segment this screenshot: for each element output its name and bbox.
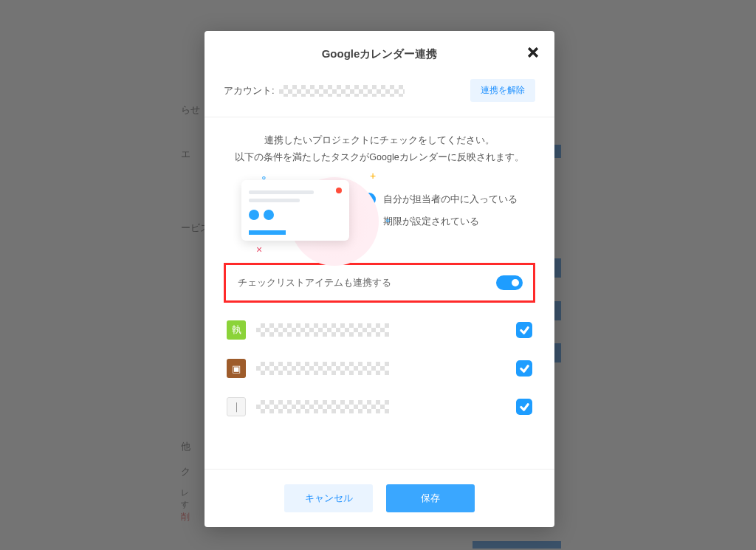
decor-sparkle: + <box>370 170 376 182</box>
project-row: ▣ <box>227 359 532 378</box>
decor-line <box>249 199 300 202</box>
project-name-masked <box>256 362 389 375</box>
decor-dot <box>336 188 342 193</box>
checklist-sync-option: チェックリストアイテムも連携する <box>224 263 535 303</box>
instructions-line: 連携したいプロジェクトにチェックをしてください。 <box>224 132 535 149</box>
check-icon <box>520 326 529 335</box>
condition-text: 期限が設定されている <box>383 216 479 228</box>
project-row: 執 <box>227 320 532 340</box>
unlink-button[interactable]: 連携を解除 <box>470 79 535 102</box>
modal-title: Googleカレンダー連携 <box>219 47 540 61</box>
project-name-masked <box>256 323 389 337</box>
account-label: アカウント: <box>224 84 275 97</box>
account-row: アカウント: 連携を解除 <box>205 72 554 117</box>
decor-bar <box>249 230 286 235</box>
instructions-line: 以下の条件を満たしたタスクがGoogleカレンダーに反映されます。 <box>224 149 535 166</box>
project-icon: ｜ <box>227 397 246 416</box>
checklist-sync-label: チェックリストアイテムも連携する <box>238 277 391 289</box>
illustration: ∘ + ∘ × 1 自分が担当者の中に入っている 2 <box>224 173 535 248</box>
close-button[interactable] <box>525 44 541 61</box>
cancel-button[interactable]: キャンセル <box>284 484 373 512</box>
condition-text: 自分が担当者の中に入っている <box>383 193 518 206</box>
close-icon <box>528 47 538 58</box>
checklist-sync-toggle[interactable] <box>496 275 523 290</box>
modal-header: Googleカレンダー連携 <box>205 31 554 72</box>
project-icon: ▣ <box>227 359 246 378</box>
project-list: 執 ▣ ｜ <box>224 320 535 416</box>
project-row: ｜ <box>227 397 532 416</box>
google-calendar-integration-modal: Googleカレンダー連携 アカウント: 連携を解除 連携したいプロジェクトにチ… <box>205 31 554 527</box>
decor-sparkle: × <box>256 244 262 255</box>
project-checkbox[interactable] <box>516 322 532 338</box>
check-icon <box>520 364 529 374</box>
condition-item: 1 自分が担当者の中に入っている <box>362 193 518 206</box>
modal-footer: キャンセル 保存 <box>205 469 554 527</box>
task-card-mock <box>241 180 349 241</box>
project-icon: 執 <box>227 320 246 340</box>
project-checkbox[interactable] <box>516 399 532 415</box>
decor-avatar <box>264 210 274 220</box>
project-checkbox[interactable] <box>516 360 532 377</box>
decor-avatar <box>249 210 259 220</box>
check-icon <box>520 402 529 412</box>
decor-line <box>249 190 314 194</box>
account-value-masked <box>279 85 405 97</box>
project-name-masked <box>256 400 389 413</box>
decor-sparkle: ∘ <box>385 214 391 226</box>
modal-body: 連携したいプロジェクトにチェックをしてください。 以下の条件を満たしたタスクがG… <box>205 117 554 469</box>
save-button[interactable]: 保存 <box>386 484 475 512</box>
instructions: 連携したいプロジェクトにチェックをしてください。 以下の条件を満たしたタスクがG… <box>224 132 535 165</box>
